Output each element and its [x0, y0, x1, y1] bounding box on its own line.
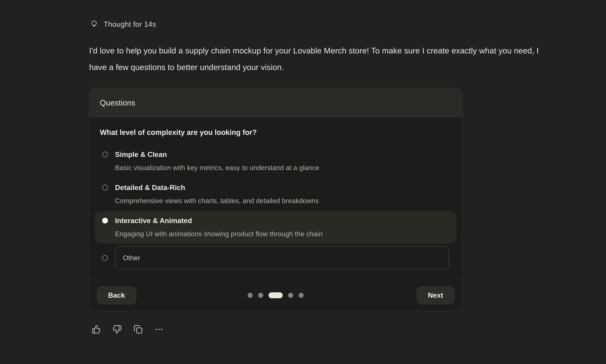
options-list: Simple & Clean Basic visualization with …	[100, 145, 452, 272]
radio-unselected-icon[interactable]	[102, 152, 108, 157]
back-button[interactable]: Back	[97, 286, 136, 304]
questions-card: Questions What level of complexity are y…	[89, 88, 462, 311]
message-actions	[92, 325, 163, 334]
thumbs-down-icon	[113, 325, 122, 334]
option-description: Basic visualization with key metrics, ea…	[115, 161, 319, 174]
option-interactive-animated[interactable]: Interactive & Animated Engaging UI with …	[95, 211, 457, 243]
question-text: What level of complexity are you looking…	[100, 128, 452, 137]
more-options-button[interactable]	[154, 325, 163, 334]
option-title: Simple & Clean	[115, 148, 319, 161]
pagination-active-pill	[269, 292, 283, 298]
option-description: Engaging UI with animations showing prod…	[115, 227, 323, 241]
option-detailed-data-rich[interactable]: Detailed & Data-Rich Comprehensive views…	[95, 178, 457, 210]
pagination-dot	[288, 293, 293, 298]
questions-card-header: Questions	[89, 88, 462, 117]
chat-message-area: Thought for 14s I'd love to help you bui…	[0, 0, 606, 364]
thumbs-down-button[interactable]	[113, 325, 122, 334]
card-footer: Back Next	[89, 280, 462, 311]
pagination-dot	[248, 293, 253, 298]
thought-label: Thought for 14s	[104, 20, 156, 28]
ellipsis-icon	[154, 325, 163, 334]
pagination-dot	[258, 293, 263, 298]
pagination-dots	[248, 292, 304, 298]
thought-toggle[interactable]: Thought for 14s	[90, 20, 156, 28]
option-text: Interactive & Animated Engaging UI with …	[115, 214, 323, 241]
radio-unselected-icon[interactable]	[102, 185, 108, 190]
radio-unselected-icon[interactable]	[102, 255, 108, 261]
other-option-input[interactable]	[115, 246, 449, 269]
next-button[interactable]: Next	[417, 286, 454, 304]
option-text: Detailed & Data-Rich Comprehensive views…	[115, 181, 319, 208]
questions-card-body: What level of complexity are you looking…	[89, 117, 462, 272]
pagination-dot	[298, 293, 304, 298]
option-text: Simple & Clean Basic visualization with …	[115, 148, 319, 174]
option-title: Detailed & Data-Rich	[115, 181, 319, 194]
lightbulb-icon	[90, 20, 98, 28]
option-simple-clean[interactable]: Simple & Clean Basic visualization with …	[95, 145, 457, 177]
copy-icon	[134, 325, 143, 334]
card-title: Questions	[100, 98, 135, 107]
option-title: Interactive & Animated	[115, 214, 323, 227]
radio-selected-icon[interactable]	[102, 218, 108, 223]
thumbs-up-button[interactable]	[92, 325, 101, 334]
copy-button[interactable]	[134, 325, 143, 334]
thumbs-up-icon	[92, 325, 101, 334]
option-description: Comprehensive views with charts, tables,…	[115, 194, 319, 208]
assistant-message-text: I'd love to help you build a supply chai…	[89, 42, 548, 76]
option-other[interactable]	[95, 244, 457, 272]
